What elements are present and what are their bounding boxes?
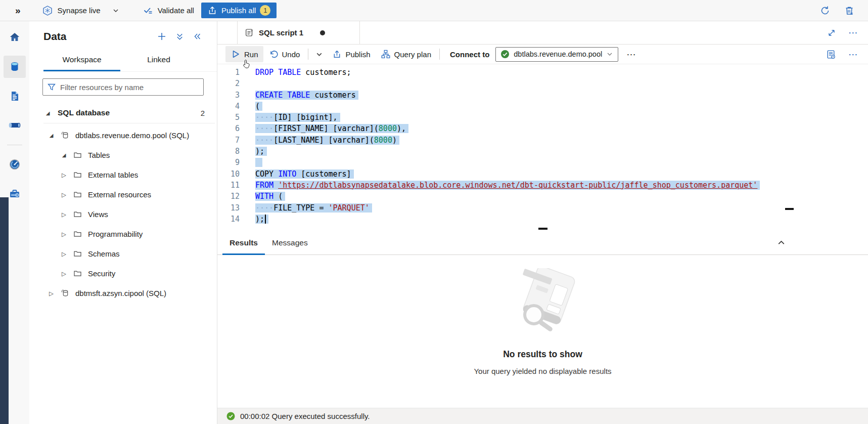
tree-item[interactable]: ▷External resources (29, 185, 217, 204)
data-panel: Data Workspace Linked (29, 21, 217, 424)
tree-section-sql-database[interactable]: ◢ SQL database 2 (29, 105, 217, 121)
toolbar-more-icon[interactable]: ⋯ (626, 50, 636, 59)
pool-selector[interactable]: dbtlabs.revenue.demo.pool (495, 47, 618, 62)
collapse-icon[interactable]: ◢ (48, 133, 55, 138)
refresh-icon[interactable] (819, 5, 831, 16)
publish-button[interactable]: Publish (327, 47, 375, 62)
command-bar: » Synapse live Validate all Publish all … (0, 0, 868, 21)
success-check-icon (226, 412, 235, 420)
develop-icon (9, 90, 21, 102)
database-icon (61, 131, 69, 140)
text-cursor (265, 215, 266, 224)
chevron-down-icon (606, 51, 613, 58)
expand-icon[interactable]: ▷ (61, 172, 67, 179)
resource-tree: ◢dbtlabs.revenue.demo.pool (SQL)◢Tables▷… (29, 125, 217, 303)
undo-button[interactable]: Undo (263, 46, 305, 62)
nav-develop-button[interactable] (4, 85, 26, 107)
publish-all-button[interactable]: Publish all 1 (201, 3, 277, 18)
home-icon (9, 31, 21, 44)
database-icon (61, 289, 69, 298)
publish-count-badge: 1 (260, 5, 270, 16)
integrate-icon (8, 119, 21, 132)
results-empty-state: No results to show Your query yielded no… (217, 255, 868, 408)
validate-all-button[interactable]: Validate all (143, 5, 194, 16)
folder-icon (73, 269, 82, 278)
collapse-all-icon[interactable] (175, 32, 184, 41)
add-resource-button plus-icon[interactable] (157, 31, 167, 41)
tree-item[interactable]: ▷Schemas (29, 244, 217, 264)
discard-all-icon[interactable] (844, 5, 855, 16)
code-line: 8); (217, 146, 868, 157)
expand-icon[interactable]: ▷ (61, 250, 67, 258)
folder-icon (73, 190, 82, 199)
collapse-results-icon[interactable] (776, 238, 786, 247)
tree-item[interactable]: ▷Security (29, 264, 217, 283)
tree-item[interactable]: ▷dbtmsft.azsyn.cipool (SQL) (29, 283, 217, 303)
properties-icon[interactable] (826, 49, 836, 60)
tab-sql-script-1[interactable]: SQL script 1 (237, 21, 360, 44)
mode-label: Synapse live (58, 6, 101, 15)
tab-messages[interactable]: Messages (265, 238, 315, 255)
expand-icon[interactable]: ▷ (61, 270, 67, 277)
mouse-cursor (243, 60, 250, 70)
empty-state-subtitle: Your query yielded no displayable result… (474, 367, 611, 375)
folder-icon (73, 249, 82, 258)
connect-to-label: Connect to (450, 50, 489, 59)
run-options-chevron-icon[interactable] (311, 48, 327, 61)
code-line: 6····[FIRST_NAME] [varchar](8000), (217, 123, 868, 134)
code-line: 11FROM 'https://dbtlabsynapsedatalake.bl… (217, 180, 868, 191)
tab-more-icon[interactable]: ⋯ (848, 28, 858, 37)
code-line: 12WITH ( (217, 191, 868, 202)
tab-workspace[interactable]: Workspace (43, 51, 120, 71)
nav-monitor-button[interactable] (4, 153, 26, 176)
tree-item[interactable]: ◢Tables (29, 145, 217, 165)
code-line: 2 (217, 78, 868, 89)
collapse-panel-icon[interactable] (193, 32, 202, 41)
code-line: 3CREATE TABLE customers (217, 90, 868, 101)
no-results-illustration (502, 268, 583, 340)
sql-script-icon (244, 28, 254, 37)
tree-item[interactable]: ◢dbtlabs.revenue.demo.pool (SQL) (29, 125, 217, 145)
scrollbar-marker[interactable] (785, 208, 794, 210)
synapse-live-selector[interactable]: Synapse live (42, 5, 119, 16)
chevron-down-icon (112, 7, 119, 14)
code-editor[interactable]: 1DROP TABLE customers;23CREATE TABLE cus… (217, 64, 868, 227)
expand-icon[interactable]: ▷ (61, 231, 67, 238)
code-lines: 1DROP TABLE customers;23CREATE TABLE cus… (217, 67, 868, 225)
publish-upload-icon (207, 6, 217, 16)
expand-editor-icon[interactable] (827, 28, 836, 37)
tab-linked[interactable]: Linked (120, 51, 197, 71)
folder-icon (73, 151, 82, 159)
divider (439, 49, 440, 60)
tree-item[interactable]: ▷Views (29, 204, 217, 224)
manage-icon (9, 188, 21, 200)
left-edge-strip (0, 197, 9, 424)
collapse-section-icon[interactable]: ◢ (44, 110, 51, 116)
results-splitter[interactable] (217, 227, 868, 231)
tab-results[interactable]: Results (222, 238, 265, 255)
editor-toolbar: Run Undo Publish Query plan (217, 45, 868, 64)
nav-integrate-button[interactable] (4, 114, 26, 137)
expand-icon[interactable]: ▷ (61, 191, 67, 198)
tree-item[interactable]: ▷External tables (29, 165, 217, 185)
folder-icon (73, 210, 82, 219)
run-button[interactable]: Run (225, 46, 263, 62)
tree-item[interactable]: ▷Programmability (29, 224, 217, 244)
collapse-icon[interactable]: ◢ (61, 152, 67, 158)
nav-data-button[interactable] (4, 56, 26, 78)
toolbar-overflow-icon[interactable]: ⋯ (848, 50, 858, 59)
expand-icon[interactable]: ▷ (61, 211, 67, 218)
panel-title: Data (43, 30, 67, 43)
code-line: 14); (217, 214, 868, 225)
synapse-hexagon-icon (42, 5, 53, 16)
editor-tab-bar: SQL script 1 ⋯ (217, 21, 868, 45)
validate-icon (143, 5, 154, 16)
connected-check-icon (500, 50, 510, 59)
nav-home-button[interactable] (4, 26, 26, 49)
empty-state-title: No results to show (503, 349, 582, 360)
expand-nav-icon[interactable]: » (15, 5, 21, 16)
query-plan-button[interactable]: Query plan (376, 46, 436, 62)
filter-input[interactable] (60, 83, 199, 92)
expand-icon[interactable]: ▷ (48, 290, 55, 297)
folder-icon (73, 171, 82, 179)
